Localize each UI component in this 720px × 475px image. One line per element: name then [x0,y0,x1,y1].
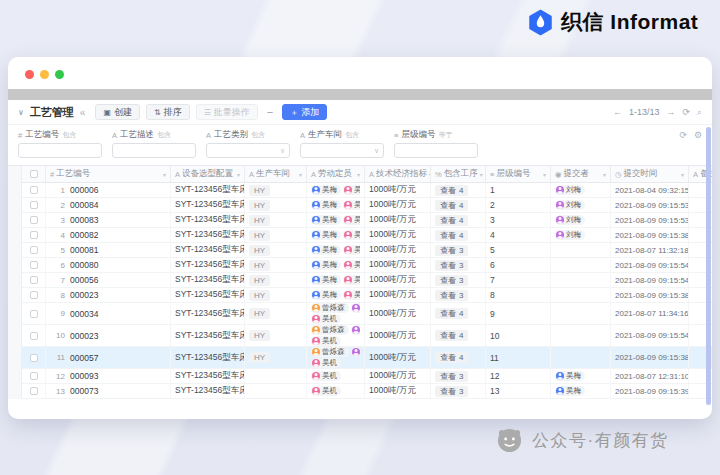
column-header-4[interactable]: A劳动定员▾ [307,166,365,182]
filter-input[interactable] [18,143,102,158]
device-config: SYT-123456型车床 [175,289,245,301]
column-header-5[interactable]: A技术经济指标▾ [365,166,431,182]
table-row[interactable]: 9000034SYT-123456型车床HY曾烁森刘梅吴机1000吨/万元查看4… [22,303,712,325]
chevron-down-icon[interactable]: ∨ [18,108,24,117]
tech-indicator: 1000吨/万元 [369,229,416,241]
chevron-down-icon[interactable]: ▾ [681,171,684,178]
filter-field-name: 层级编号 [401,129,435,141]
row-checkbox[interactable] [30,291,38,299]
collapse-panel-icon[interactable]: « [80,107,86,118]
table-row[interactable]: 4000082SYT-123456型车床HY吴梅吴机1000吨/万元查看44刘梅… [22,228,712,243]
row-checkbox[interactable] [30,276,38,284]
row-checkbox[interactable] [30,372,38,380]
table-row[interactable]: 7000056SYT-123456型车床HY吴梅吴机1000吨/万元查看3720… [22,273,712,288]
cell-included-steps: 查看4 [431,303,486,324]
refresh-icon[interactable]: ⟳ [682,107,690,117]
column-header-3[interactable]: A生产车间▾ [245,166,307,182]
person-name: 吴机 [354,200,360,210]
maximize-window-button[interactable] [55,70,64,79]
row-checkbox[interactable] [30,201,38,209]
filter-settings-gear-icon[interactable]: ⚙ [694,130,702,140]
filter-field-4: A生产车间包含∨ [300,129,384,158]
row-checkbox[interactable] [30,246,38,254]
view-steps-button[interactable]: 查看3 [435,371,468,382]
filter-refresh-icon[interactable]: ⟳ [679,130,687,140]
row-checkbox[interactable] [30,387,38,395]
person-name: 吴机 [354,275,360,285]
device-config: SYT-123456型车床 [175,370,245,382]
column-type-icon: A [311,170,316,179]
row-checkbox[interactable] [30,332,38,340]
cell-level-number: 3 [486,213,551,227]
column-header-9[interactable]: ◷提交时间▾ [611,166,689,182]
table-row[interactable]: 13000073SYT-123456型车床吴机1000吨/万元查看313吴梅20… [22,384,712,399]
table-row[interactable]: 6000080SYT-123456型车床HY吴梅吴机1000吨/万元查看3620… [22,258,712,273]
table-row[interactable]: 1000006SYT-123456型车床HY吴梅吴机1000吨/万元查看41刘梅… [22,183,712,198]
create-button[interactable]: ▣创建 [95,104,140,120]
add-button[interactable]: ＋添加 [282,104,327,120]
minimize-window-button[interactable] [40,70,49,79]
column-header-8[interactable]: ◉提交者▾ [551,166,611,182]
row-checkbox[interactable] [30,310,38,318]
table-row[interactable]: 5000081SYT-123456型车床HY吴梅吴机1000吨/万元查看3520… [22,243,712,258]
sort-button[interactable]: ⇅排序 [146,104,190,120]
view-steps-button[interactable]: 查看4 [435,308,468,319]
view-steps-button[interactable]: 查看3 [435,245,468,256]
table-row[interactable]: 8000023SYT-123456型车床HY吴梅吴机1000吨/万元查看3820… [22,288,712,303]
prev-page-icon[interactable]: ← [613,107,622,117]
filter-select[interactable]: ∨ [206,143,290,158]
row-checkbox[interactable] [30,261,38,269]
row-checkbox[interactable] [30,186,38,194]
avatar [312,231,320,239]
table-row[interactable]: 11000057SYT-123456型车床HY曾烁森刘梅吴机1000吨/万元查看… [22,347,712,369]
person-name: 吴梅 [322,215,337,225]
cell-indicator: 1000吨/万元 [365,183,431,197]
column-header-2[interactable]: A设备选型配置▾ [171,166,245,182]
next-page-icon[interactable]: → [666,107,675,117]
view-steps-button[interactable]: 查看4 [435,330,468,341]
avatar [344,276,352,284]
chevron-down-icon[interactable]: ▾ [163,171,166,178]
cell-submit-time: 2021-08-07 11:34:16 [611,303,689,324]
filter-input[interactable] [112,143,196,158]
table-row[interactable]: 2000084SYT-123456型车床HY吴梅吴机1000吨/万元查看42刘梅… [22,198,712,213]
chevron-down-icon[interactable]: ▾ [543,171,546,178]
workshop-tag: HY [249,215,270,226]
view-steps-button[interactable]: 查看3 [435,275,468,286]
row-checkbox[interactable] [30,216,38,224]
close-window-button[interactable] [25,70,34,79]
column-header-7[interactable]: ≡层级编号▾ [486,166,551,182]
more-tools-icon[interactable]: − [267,106,273,118]
select-all-checkbox[interactable] [30,170,38,178]
submit-time: 2021-08-09 09:15:38 [615,353,689,362]
cell-submitter [551,325,611,346]
chevron-down-icon[interactable]: ▾ [603,171,606,178]
search-icon[interactable]: ⌕ [697,107,702,118]
column-header-6[interactable]: %包含工序▾ [431,166,486,182]
person-chip: 吴梅 [311,200,341,210]
vertical-scrollbar[interactable] [706,127,711,405]
view-steps-button[interactable]: 查看3 [435,386,468,397]
chevron-down-icon[interactable]: ▾ [299,171,302,178]
view-steps-button[interactable]: 查看3 [435,260,468,271]
person-name: 吴机 [322,358,337,368]
batch-actions-button[interactable]: ☰批量操作 [196,104,258,120]
chevron-down-icon[interactable]: ▾ [480,171,483,178]
filter-select[interactable]: ∨ [300,143,384,158]
view-steps-button[interactable]: 查看4 [435,352,468,363]
row-checkbox[interactable] [30,354,38,362]
chevron-down-icon[interactable]: ▾ [357,171,360,178]
table-row[interactable]: 3000083SYT-123456型车床HY吴梅吴机1000吨/万元查看43刘梅… [22,213,712,228]
row-checkbox[interactable] [30,231,38,239]
view-steps-button[interactable]: 查看4 [435,185,468,196]
chevron-down-icon[interactable]: ▾ [237,171,240,178]
view-steps-button[interactable]: 查看3 [435,290,468,301]
view-steps-button[interactable]: 查看4 [435,200,468,211]
view-steps-button[interactable]: 查看4 [435,230,468,241]
view-steps-button[interactable]: 查看4 [435,215,468,226]
table-row[interactable]: 10000023SYT-123456型车床HY曾烁森刘梅吴机1000吨/万元查看… [22,325,712,347]
submit-time: 2021-08-09 09:15:54 [615,331,689,340]
column-header-1[interactable]: #工艺编号▾ [46,166,171,182]
filter-input[interactable] [394,143,478,158]
table-row[interactable]: 12000093SYT-123456型车床吴机1000吨/万元查看312吴梅20… [22,369,712,384]
